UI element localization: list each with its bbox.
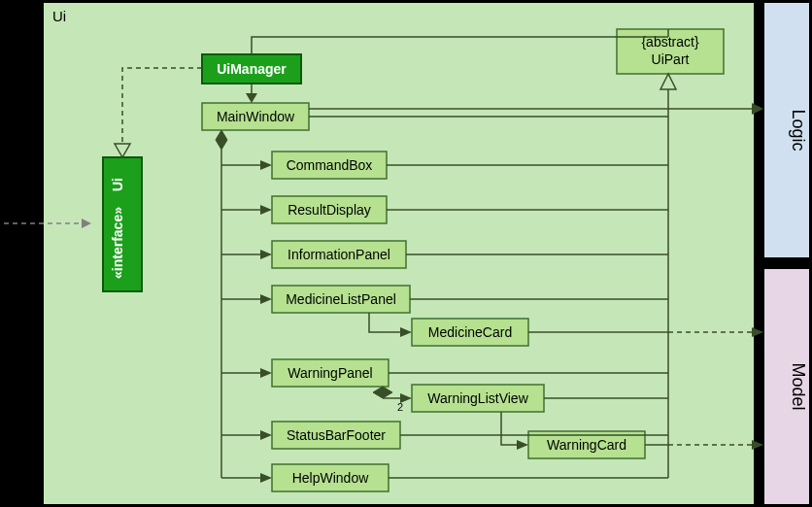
svg-text:MainWindow: MainWindow bbox=[217, 109, 295, 124]
svg-text:InformationPanel: InformationPanel bbox=[288, 247, 390, 262]
statusbar-class: StatusBarFooter bbox=[272, 422, 400, 449]
svg-text:StatusBarFooter: StatusBarFooter bbox=[287, 427, 386, 443]
resultdisplay-class: ResultDisplay bbox=[272, 196, 387, 223]
svg-text:WarningPanel: WarningPanel bbox=[288, 365, 372, 381]
svg-text:2: 2 bbox=[397, 401, 403, 413]
svg-text:Ui: Ui bbox=[110, 178, 125, 191]
logic-label: Logic bbox=[789, 109, 808, 151]
svg-text:UiPart: UiPart bbox=[652, 51, 690, 67]
warnpanel-class: WarningPanel bbox=[272, 359, 389, 387]
infopanel-class: InformationPanel bbox=[272, 241, 406, 268]
uipart-class: {abstract} UiPart bbox=[617, 29, 724, 74]
helpwindow-class: HelpWindow bbox=[272, 464, 389, 491]
medlistpanel-class: MedicineListPanel bbox=[272, 286, 410, 313]
svg-text:MedicineCard: MedicineCard bbox=[428, 324, 512, 340]
svg-text:UiManager: UiManager bbox=[217, 61, 287, 77]
svg-text:CommandBox: CommandBox bbox=[287, 157, 373, 173]
warnlistview-class: WarningListView bbox=[412, 385, 544, 412]
svg-text:ResultDisplay: ResultDisplay bbox=[288, 202, 371, 218]
mainwindow-class: MainWindow bbox=[202, 103, 309, 130]
svg-text:WarningListView: WarningListView bbox=[427, 390, 528, 406]
ui-interface-class: «interface» Ui bbox=[103, 157, 142, 291]
svg-text:HelpWindow: HelpWindow bbox=[292, 470, 369, 486]
medcard-class: MedicineCard bbox=[412, 319, 528, 346]
svg-text:MedicineListPanel: MedicineListPanel bbox=[286, 291, 396, 307]
svg-text:«interface»: «interface» bbox=[110, 207, 125, 279]
model-label: Model bbox=[789, 362, 808, 410]
commandbox-class: CommandBox bbox=[272, 152, 387, 179]
uimanager-class: UiManager bbox=[202, 54, 301, 84]
ui-package-label: Ui bbox=[52, 8, 66, 24]
svg-text:WarningCard: WarningCard bbox=[547, 437, 626, 453]
